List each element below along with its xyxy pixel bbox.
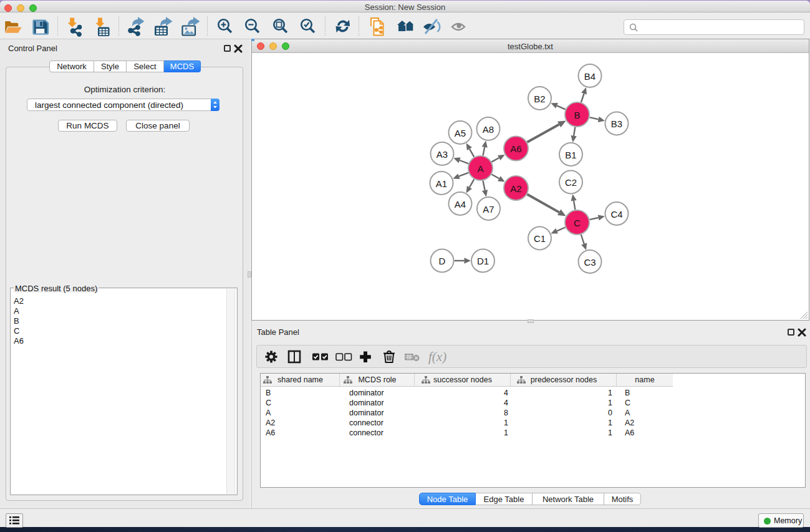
svg-text:A: A <box>477 163 483 174</box>
svg-text:D: D <box>439 256 446 266</box>
svg-text:B3: B3 <box>611 118 622 129</box>
svg-text:C: C <box>574 218 581 228</box>
svg-text:A3: A3 <box>436 149 448 160</box>
svg-text:A2: A2 <box>510 183 521 194</box>
svg-text:C3: C3 <box>584 257 595 268</box>
svg-text:B: B <box>574 110 580 120</box>
svg-text:A6: A6 <box>510 143 521 154</box>
svg-text:B1: B1 <box>565 150 576 160</box>
svg-text:C2: C2 <box>565 177 577 188</box>
svg-text:A4: A4 <box>455 199 466 210</box>
svg-text:A7: A7 <box>483 204 494 215</box>
svg-text:C1: C1 <box>534 233 546 244</box>
svg-text:C4: C4 <box>610 209 622 220</box>
svg-text:A1: A1 <box>436 178 447 189</box>
svg-text:A5: A5 <box>455 128 466 138</box>
svg-text:B4: B4 <box>584 71 595 82</box>
svg-text:B2: B2 <box>534 94 545 104</box>
svg-text:D1: D1 <box>477 256 489 266</box>
svg-text:f(x): f(x) <box>428 349 446 364</box>
svg-text:A8: A8 <box>483 124 494 135</box>
